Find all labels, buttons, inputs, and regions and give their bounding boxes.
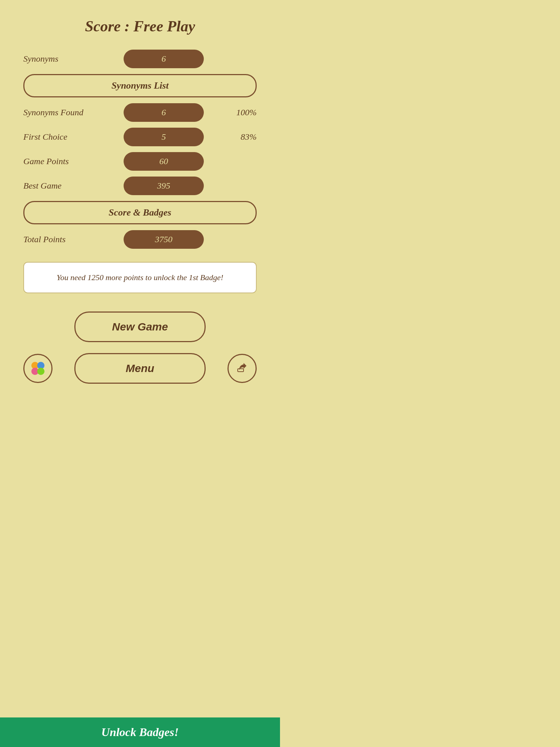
synonyms-value: 6 <box>124 50 204 68</box>
game-points-row: Game Points 60 <box>23 152 257 171</box>
game-points-value: 60 <box>124 152 204 171</box>
synonyms-label: Synonyms <box>23 54 96 64</box>
new-game-button[interactable]: New Game <box>74 311 206 342</box>
share-icon <box>236 361 248 376</box>
app-icon-button[interactable] <box>23 354 52 383</box>
bubbles-icon <box>29 360 47 377</box>
first-choice-value: 5 <box>124 128 204 146</box>
svg-rect-4 <box>238 369 244 372</box>
bottom-icons-row: Menu <box>23 353 257 384</box>
page-title: Score : Free Play <box>85 18 195 35</box>
buttons-area: New Game Menu <box>23 311 257 384</box>
badge-message-text: You need 1250 more points to unlock the … <box>57 273 223 282</box>
total-points-value: 3750 <box>124 230 204 249</box>
best-game-value: 395 <box>124 177 204 195</box>
synonyms-found-value: 6 <box>124 103 204 122</box>
total-points-label: Total Points <box>23 235 96 244</box>
total-points-row: Total Points 3750 <box>23 230 257 249</box>
svg-point-3 <box>37 368 44 375</box>
best-game-label: Best Game <box>23 181 96 191</box>
game-points-label: Game Points <box>23 156 96 166</box>
synonyms-found-row: Synonyms Found 6 100% <box>23 103 257 122</box>
first-choice-label: First Choice <box>23 132 96 142</box>
synonyms-found-label: Synonyms Found <box>23 108 96 117</box>
first-choice-percent: 83% <box>231 132 257 142</box>
stats-container: Synonyms 6 Synonyms List Synonyms Found … <box>23 50 257 249</box>
synonyms-found-percent: 100% <box>231 108 257 117</box>
score-badges-button[interactable]: Score & Badges <box>23 201 257 224</box>
first-choice-row: First Choice 5 83% <box>23 128 257 146</box>
synonyms-list-button[interactable]: Synonyms List <box>23 74 257 97</box>
menu-button[interactable]: Menu <box>74 353 206 384</box>
synonyms-row: Synonyms 6 <box>23 50 257 68</box>
best-game-row: Best Game 395 <box>23 177 257 195</box>
share-button[interactable] <box>228 354 257 383</box>
badge-message-box: You need 1250 more points to unlock the … <box>23 262 257 293</box>
